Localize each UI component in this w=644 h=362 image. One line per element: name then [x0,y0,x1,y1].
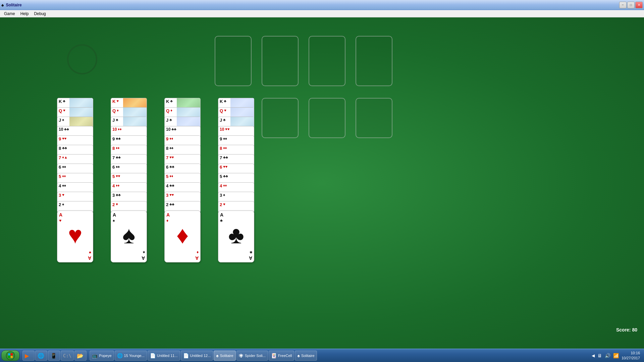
taskbar-sep-2 [88,351,88,360]
show-hidden-icon[interactable]: ◀ [592,353,595,358]
taskbar-app-popeye[interactable]: 📺 Popeye [90,351,114,361]
svg-rect-2 [11,353,13,355]
menu-help[interactable]: Help [18,11,32,17]
close-button[interactable]: ✕ [635,2,643,8]
clock-time: 10:16 [622,351,640,356]
taskbar-app-untitled2[interactable]: 📄 Untitled 12... [181,351,213,361]
taskbar-spider-label: Spider Soli... [245,354,266,358]
taskbar-app-ie[interactable]: 🌐 15 Younge... [115,351,147,361]
foundation-slot-2[interactable] [262,36,299,86]
taskbar-folder[interactable]: 📂 [74,351,87,361]
card-ace-spades[interactable]: A♠ ♠ A♠ [111,210,147,262]
menu-bar: Game Help Debug [0,10,644,17]
taskbar-app-solitaire1[interactable]: ♠ Solitaire [214,351,235,361]
score-label: Score: [616,327,631,333]
taskbar-solitaire1-label: Solitaire [220,354,233,358]
taskbar-systray: ◀ 🖥 🔊 📶 10:16 10/27/2017 [592,351,643,361]
taskbar-popeye-label: Popeye [99,354,111,358]
stock-pile[interactable] [67,44,97,74]
game-area: K ♣ Q ♥ J ♠ 10♣♣ 9♥♥ 8♣♣ 7♦▲ 6♠♠ 5♦♦ 4♠♠… [0,17,644,349]
taskbar-app-solitaire2[interactable]: ♠ Solitaire [295,351,317,361]
taskbar-app-freecell[interactable]: 🃏 FreeCell [269,351,294,361]
network-status-icon[interactable]: 📶 [613,353,619,358]
title-bar: ♠ Solitaire − □ ✕ [0,0,644,10]
clock-date: 10/27/2017 [622,356,640,361]
taskbar-app-icon[interactable]: 📱 [48,351,60,361]
window-controls: − □ ✕ [619,2,643,8]
menu-debug[interactable]: Debug [31,11,48,17]
title-bar-left: ♠ Solitaire [1,2,22,8]
taskbar-untitled2-label: Untitled 12... [190,354,211,358]
foundation-slot-6[interactable] [309,98,345,138]
taskbar-globe[interactable]: 🌐 [35,351,47,361]
taskbar: ▶ 🌐 📱 C:\ 📂 📺 Popeye 🌐 15 Younge... 📄 Un… [0,349,644,362]
taskbar-freecell-label: FreeCell [278,354,292,358]
svg-rect-4 [11,356,13,358]
score-display: Score: 80 [616,327,637,333]
volume-icon[interactable]: 🔊 [605,353,610,358]
taskbar-app-spider[interactable]: 🕷 Spider Soli... [236,351,268,361]
foundation-slot-7[interactable] [356,98,392,138]
taskbar-ie-label: 15 Younge... [124,354,145,358]
maximize-button[interactable]: □ [627,2,635,8]
system-clock[interactable]: 10:16 10/27/2017 [622,351,640,361]
taskbar-solitaire2-label: Solitaire [301,354,315,358]
minimize-button[interactable]: − [619,2,627,8]
taskbar-untitled1-label: Untitled 11... [157,354,178,358]
foundation-slot-3[interactable] [309,36,345,86]
start-button[interactable] [1,350,19,361]
svg-point-0 [6,351,14,360]
card-ace-hearts[interactable]: A♥ ♥ A♥ [57,210,93,262]
taskbar-terminal[interactable]: C:\ [61,351,74,361]
svg-rect-1 [8,353,10,355]
taskbar-app-untitled1[interactable]: 📄 Untitled 11... [148,351,180,361]
svg-rect-3 [8,356,10,358]
app-icon: ♠ [1,2,4,8]
menu-game[interactable]: Game [1,11,18,17]
network-icon[interactable]: 🖥 [597,353,602,358]
taskbar-media-player[interactable]: ▶ [22,351,35,361]
taskbar-sep-1 [21,351,21,360]
card-ace-clubs[interactable]: A♣ ♣ A♣ [218,210,254,262]
foundation-slot-5[interactable] [262,98,299,138]
window-title: Solitaire [6,3,21,7]
foundation-slot-1[interactable] [215,36,252,86]
score-value: 80 [632,327,637,333]
card-ace-diamonds[interactable]: A♦ ♦ A♦ [164,210,201,262]
foundation-slot-4[interactable] [356,36,392,86]
